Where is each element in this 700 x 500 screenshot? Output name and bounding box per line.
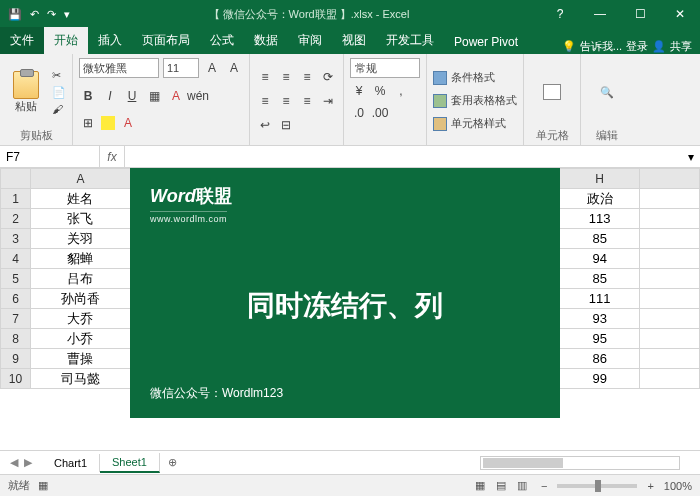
fx-icon[interactable]: fx: [100, 150, 124, 164]
add-sheet-button[interactable]: ⊕: [160, 456, 185, 469]
cell[interactable]: 曹操: [30, 349, 130, 369]
cell[interactable]: [640, 369, 700, 389]
number-format-combo[interactable]: 常规: [350, 58, 420, 78]
border-bottom-icon[interactable]: ⊞: [79, 114, 97, 132]
format-painter-icon[interactable]: 🖌: [52, 103, 66, 115]
scroll-thumb[interactable]: [483, 458, 563, 468]
align-bottom-icon[interactable]: ≡: [298, 68, 316, 86]
row-header[interactable]: 5: [1, 269, 31, 289]
macro-record-icon[interactable]: ▦: [38, 479, 48, 492]
align-top-icon[interactable]: ≡: [256, 68, 274, 86]
cell[interactable]: 94: [560, 249, 640, 269]
formula-input[interactable]: [124, 146, 682, 167]
cell[interactable]: [640, 249, 700, 269]
cell[interactable]: 张飞: [30, 209, 130, 229]
border-button[interactable]: ▦: [145, 87, 163, 105]
worksheet-grid[interactable]: A H 1 姓名 政治 2 张飞 113 3 关羽 85 4 貂蝉 94 5 吕…: [0, 168, 700, 450]
col-header-H[interactable]: H: [560, 169, 640, 189]
col-header-A[interactable]: A: [30, 169, 130, 189]
phonetic-button[interactable]: wén: [189, 87, 207, 105]
tab-file[interactable]: 文件: [0, 27, 44, 54]
cell[interactable]: 关羽: [30, 229, 130, 249]
minimize-icon[interactable]: —: [580, 0, 620, 28]
table-format-button[interactable]: 套用表格格式: [433, 91, 517, 111]
horizontal-scrollbar[interactable]: [480, 456, 680, 470]
align-center-icon[interactable]: ≡: [277, 92, 295, 110]
row-header[interactable]: 1: [1, 189, 31, 209]
fill-color-icon[interactable]: [101, 116, 115, 130]
tab-dev[interactable]: 开发工具: [376, 27, 444, 54]
cell[interactable]: [640, 329, 700, 349]
row-header[interactable]: 3: [1, 229, 31, 249]
save-icon[interactable]: 💾: [8, 8, 22, 21]
currency-icon[interactable]: ¥: [350, 82, 368, 100]
cells-icon[interactable]: [543, 84, 561, 100]
orientation-icon[interactable]: ⟳: [319, 68, 337, 86]
tab-review[interactable]: 审阅: [288, 27, 332, 54]
cell[interactable]: 111: [560, 289, 640, 309]
cell[interactable]: [640, 229, 700, 249]
undo-icon[interactable]: ↶: [30, 8, 39, 21]
redo-icon[interactable]: ↷: [47, 8, 56, 21]
inc-decimal-icon[interactable]: .0: [350, 104, 368, 122]
dec-decimal-icon[interactable]: .00: [371, 104, 389, 122]
row-header[interactable]: 7: [1, 309, 31, 329]
row-header[interactable]: 4: [1, 249, 31, 269]
row-header[interactable]: 2: [1, 209, 31, 229]
zoom-handle[interactable]: [595, 480, 601, 492]
cell[interactable]: 85: [560, 269, 640, 289]
cell[interactable]: 姓名: [30, 189, 130, 209]
sheet-tab-sheet1[interactable]: Sheet1: [100, 453, 160, 473]
cell[interactable]: 政治: [560, 189, 640, 209]
editing-icon[interactable]: 🔍: [600, 86, 614, 99]
maximize-icon[interactable]: ☐: [620, 0, 660, 28]
cut-icon[interactable]: ✂: [52, 69, 66, 82]
page-break-view-icon[interactable]: ▥: [513, 479, 531, 493]
row-header[interactable]: 10: [1, 369, 31, 389]
page-layout-view-icon[interactable]: ▤: [492, 479, 510, 493]
cell[interactable]: [640, 269, 700, 289]
tab-layout[interactable]: 页面布局: [132, 27, 200, 54]
shrink-font-icon[interactable]: A: [225, 59, 243, 77]
align-left-icon[interactable]: ≡: [256, 92, 274, 110]
tab-data[interactable]: 数据: [244, 27, 288, 54]
cell[interactable]: 貂蝉: [30, 249, 130, 269]
merge-icon[interactable]: ⊟: [277, 116, 295, 134]
copy-icon[interactable]: 📄: [52, 86, 66, 99]
cell[interactable]: 99: [560, 369, 640, 389]
percent-icon[interactable]: %: [371, 82, 389, 100]
cell[interactable]: 孙尚香: [30, 289, 130, 309]
qat-more-icon[interactable]: ▾: [64, 8, 70, 21]
tab-formula[interactable]: 公式: [200, 27, 244, 54]
zoom-level[interactable]: 100%: [664, 480, 692, 492]
name-box[interactable]: F7: [0, 146, 100, 167]
cell[interactable]: [640, 349, 700, 369]
sheet-prev-icon[interactable]: ◀: [10, 456, 18, 469]
underline-button[interactable]: U: [123, 87, 141, 105]
cell[interactable]: 吕布: [30, 269, 130, 289]
row-header[interactable]: 8: [1, 329, 31, 349]
comma-icon[interactable]: ,: [392, 82, 410, 100]
cell[interactable]: [640, 289, 700, 309]
align-middle-icon[interactable]: ≡: [277, 68, 295, 86]
cell[interactable]: 司马懿: [30, 369, 130, 389]
bold-button[interactable]: B: [79, 87, 97, 105]
sheet-next-icon[interactable]: ▶: [24, 456, 32, 469]
normal-view-icon[interactable]: ▦: [471, 479, 489, 493]
cell-style-button[interactable]: 单元格样式: [433, 114, 517, 134]
font-size-combo[interactable]: 11: [163, 58, 199, 78]
tab-powerpivot[interactable]: Power Pivot: [444, 30, 528, 54]
indent-icon[interactable]: ⇥: [319, 92, 337, 110]
cell[interactable]: 95: [560, 329, 640, 349]
close-icon[interactable]: ✕: [660, 0, 700, 28]
formula-expand-icon[interactable]: ▾: [682, 150, 700, 164]
align-right-icon[interactable]: ≡: [298, 92, 316, 110]
paste-button[interactable]: 粘贴: [6, 58, 46, 126]
font-color-icon[interactable]: A: [119, 114, 137, 132]
cell[interactable]: [640, 209, 700, 229]
conditional-format-button[interactable]: 条件格式: [433, 68, 517, 88]
tab-view[interactable]: 视图: [332, 27, 376, 54]
row-header[interactable]: 6: [1, 289, 31, 309]
zoom-out-icon[interactable]: −: [541, 480, 547, 492]
share-button[interactable]: 共享: [670, 39, 692, 54]
